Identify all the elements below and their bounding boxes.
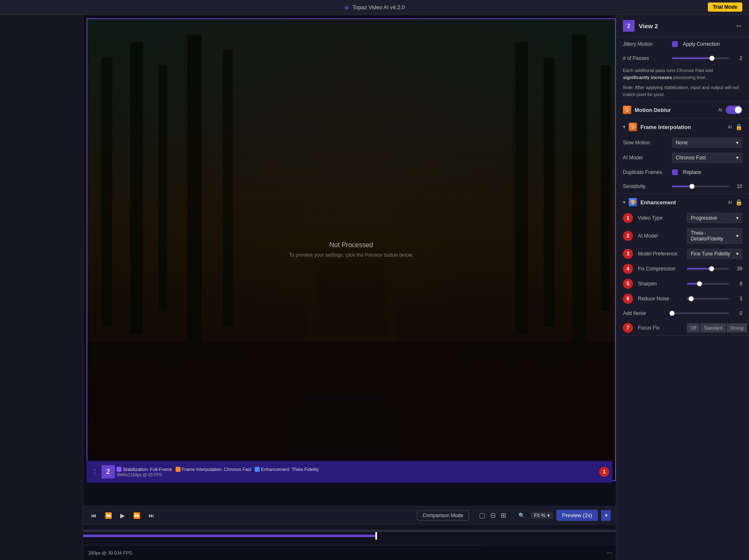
enhancement-header[interactable]: ▾ 🎨 Enhancement AI 🔒 — [616, 194, 749, 211]
circle-6: 6 — [623, 294, 633, 304]
motion-deblur-title: Motion Deblur — [635, 107, 715, 113]
fi-ai-model-label: AI Model — [623, 155, 669, 161]
video-canvas: Not Processed To preview your settings, … — [83, 15, 616, 506]
sensitivity-slider-track[interactable] — [672, 186, 729, 187]
passes-note: Note: After applying stabilization, inpu… — [616, 84, 749, 101]
sharpen-thumb[interactable] — [697, 281, 702, 286]
interpolation-badge: Frame Interpolation: Chronos Fast — [176, 467, 252, 472]
model-preference-dropdown[interactable]: Fine Tune Fidelity ▾ — [687, 249, 742, 259]
left-sidebar — [0, 15, 83, 560]
timeline[interactable] — [83, 524, 616, 545]
duplicate-frames-label: Duplicate Frames — [623, 169, 669, 175]
play-button[interactable]: ▶ — [118, 510, 127, 520]
passes-slider-thumb[interactable] — [709, 56, 714, 61]
duplicate-frames-checkbox[interactable] — [672, 169, 678, 175]
fix-compression-thumb[interactable] — [709, 266, 714, 271]
reduce-noise-value: 3 — [732, 296, 742, 302]
add-noise-value: 0 — [732, 310, 742, 316]
fix-compression-track[interactable] — [687, 268, 729, 270]
slow-motion-label: Slow Motion — [623, 140, 669, 146]
frame-interpolation-chevron: ▾ — [623, 124, 625, 130]
sensitivity-value: 10 — [732, 183, 742, 189]
focus-fix-off-button[interactable]: Off — [687, 323, 699, 332]
not-processed-overlay: Not Processed To preview your settings, … — [289, 241, 414, 258]
trial-mode-button[interactable]: Trial Mode — [708, 2, 742, 12]
skip-to-start-button[interactable]: ⏮ — [88, 510, 99, 520]
step-back-button[interactable]: ⏪ — [102, 510, 114, 520]
model-preference-label: Model Preference — [638, 251, 684, 257]
slow-motion-dropdown[interactable]: None ▾ — [672, 138, 742, 148]
zoom-fit-button[interactable]: 🔍 — [516, 511, 527, 520]
frame-interpolation-header[interactable]: ▾ 🎨 Frame Interpolation AI 🔒 — [616, 119, 749, 135]
sensitivity-label: Sensitivity — [623, 183, 669, 189]
status-menu-button[interactable]: ··· — [607, 549, 613, 557]
sensitivity-slider-thumb[interactable] — [689, 184, 694, 189]
sharpen-track[interactable] — [687, 283, 729, 285]
svg-rect-2 — [130, 42, 143, 334]
passes-slider-track[interactable] — [672, 57, 729, 59]
track-info-bar: ⋮ 2 Stabilization: Full-Frame Frame Inte… — [87, 461, 613, 483]
main-layout: Not Processed To preview your settings, … — [0, 15, 749, 560]
enhancement-ai: AI — [728, 200, 732, 205]
motion-deblur-toggle[interactable] — [726, 106, 742, 114]
reduce-noise-thumb[interactable] — [689, 296, 694, 301]
enhancement-title: Enhancement — [640, 199, 725, 206]
sharpen-slider: 9 — [687, 281, 742, 287]
circle-2: 2 — [623, 231, 633, 241]
track-context-menu-icon[interactable]: 1 — [599, 467, 609, 477]
video-type-dropdown[interactable]: Progressive ▾ — [687, 213, 742, 223]
timeline-track — [83, 530, 616, 532]
video-area: Not Processed To preview your settings, … — [83, 15, 616, 560]
skip-to-end-button[interactable]: ⏭ — [146, 510, 157, 520]
model-preference-chevron: ▾ — [736, 251, 739, 257]
not-processed-text: Not Processed — [289, 241, 414, 249]
preview-button[interactable]: Preview (2s) — [556, 510, 598, 521]
fi-ai-model-dropdown[interactable]: Chronos Fast ▾ — [672, 153, 742, 163]
focus-fix-strong-button[interactable]: Strong — [727, 323, 747, 332]
view-expand-icon[interactable]: ↔ — [735, 22, 742, 30]
reduce-noise-track[interactable] — [687, 298, 729, 300]
enh-ai-model-chevron: ▾ — [736, 233, 739, 239]
passes-slider-container: 2 — [672, 55, 742, 61]
jittery-motion-checkbox[interactable] — [672, 41, 678, 47]
focus-fix-standard-button[interactable]: Standard — [700, 323, 726, 332]
enh-ai-model-dropdown[interactable]: Theia - Details/Fidelity ▾ — [687, 228, 742, 244]
enhancement-lock: 🔒 — [735, 199, 742, 206]
passes-info-text: Each additional pass runs Chronos Fast a… — [616, 65, 749, 84]
preview-dropdown-button[interactable]: ▾ — [601, 510, 611, 521]
passes-slider-fill — [672, 57, 712, 59]
layout-grid-button[interactable]: ⊞ — [499, 510, 508, 520]
fi-ai-model-value: Chronos Fast — [676, 155, 706, 161]
video-type-label: Video Type — [638, 215, 684, 221]
layout-split-button[interactable]: ⊟ — [489, 510, 497, 520]
svg-rect-3 — [159, 65, 167, 311]
add-noise-thumb[interactable] — [670, 311, 675, 316]
video-image: Not Processed To preview your settings, … — [87, 19, 615, 480]
jittery-motion-row: Jittery Motion Apply Correction — [616, 37, 749, 51]
model-preference-value: Fine Tune Fidelity — [691, 251, 730, 257]
enh-ai-model-label: AI Model — [638, 233, 684, 239]
track-dots-menu[interactable]: ⋮ — [90, 466, 100, 478]
sensitivity-slider-container: 10 — [672, 183, 742, 189]
svg-rect-5 — [223, 50, 233, 327]
reduce-noise-label: Reduce Noise — [638, 296, 684, 302]
motion-deblur-header[interactable]: 🎨 Motion Deblur AI — [616, 102, 749, 118]
enhancement-icon: 🎨 — [629, 198, 637, 206]
motion-deblur-icon: 🎨 — [623, 106, 631, 114]
svg-rect-1 — [102, 57, 112, 326]
svg-rect-9 — [601, 65, 611, 311]
step-forward-button[interactable]: ⏩ — [131, 510, 143, 520]
jittery-motion-section: Jittery Motion Apply Correction # of Pas… — [616, 37, 749, 102]
fi-ai-model-row: AI Model Chronos Fast ▾ — [616, 150, 749, 165]
comparison-mode-button[interactable]: Comparison Mode — [417, 510, 469, 520]
layout-single-button[interactable]: ▢ — [477, 510, 487, 520]
video-frame: Not Processed To preview your settings, … — [87, 18, 616, 481]
zoom-control[interactable]: Fit % ▾ — [531, 512, 553, 519]
circle-3: 3 — [623, 249, 633, 259]
motion-deblur-section: 🎨 Motion Deblur AI — [616, 102, 749, 119]
add-noise-track[interactable] — [672, 312, 729, 314]
circle-1: 1 — [599, 467, 609, 477]
reduce-noise-row: 6 Reduce Noise 3 — [616, 291, 749, 306]
enhancement-badge: Enhancement: Theia Fidelity — [255, 467, 319, 472]
title-bar: ◈ Topaz Video AI v4.2.0 Trial Mode — [0, 0, 749, 15]
